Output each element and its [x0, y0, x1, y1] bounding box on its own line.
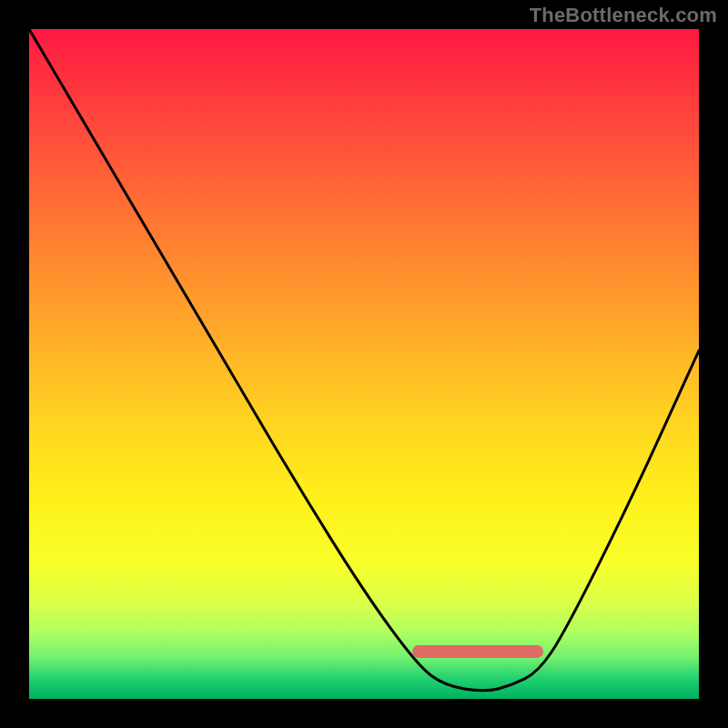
chart-frame: TheBottleneck.com — [0, 0, 728, 728]
bottleneck-curve — [29, 29, 699, 699]
plot-area — [29, 29, 699, 699]
watermark-text: TheBottleneck.com — [530, 4, 717, 27]
optimal-range-marker — [412, 645, 543, 658]
